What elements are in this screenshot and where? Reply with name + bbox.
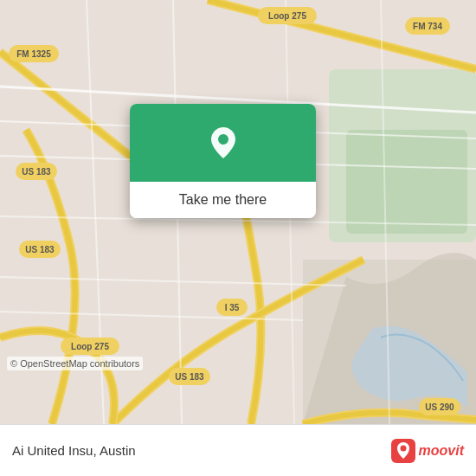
svg-point-35 — [400, 445, 406, 451]
svg-text:US 290: US 290 — [425, 402, 454, 412]
moovit-text: moovit — [419, 443, 464, 459]
location-name: Ai United Insu, Austin — [12, 443, 136, 458]
take-me-there-label: Take me there — [179, 192, 267, 208]
svg-text:FM 734: FM 734 — [413, 22, 442, 31]
popup-card: Take me there — [130, 104, 316, 218]
take-me-there-button[interactable]: Take me there — [130, 182, 316, 218]
svg-text:I 35: I 35 — [225, 303, 240, 312]
svg-text:Loop 275: Loop 275 — [268, 11, 306, 21]
moovit-logo: moovit — [391, 439, 464, 463]
svg-rect-2 — [346, 130, 467, 234]
svg-text:US 183: US 183 — [175, 372, 204, 382]
svg-text:US 183: US 183 — [22, 167, 51, 177]
copyright-text: © OpenStreetMap contributors — [7, 357, 143, 370]
map-container: Loop 275 FM 1325 FM 734 US 183 US 183 I … — [0, 0, 476, 424]
svg-text:Loop 275: Loop 275 — [71, 342, 109, 351]
svg-text:US 183: US 183 — [25, 245, 55, 254]
popup-green-area — [130, 104, 316, 182]
location-pin-icon — [204, 124, 242, 162]
bottom-bar: Ai United Insu, Austin moovit — [0, 424, 476, 476]
moovit-brand-icon — [391, 439, 415, 463]
svg-text:FM 1325: FM 1325 — [16, 49, 51, 59]
svg-point-33 — [218, 134, 228, 145]
